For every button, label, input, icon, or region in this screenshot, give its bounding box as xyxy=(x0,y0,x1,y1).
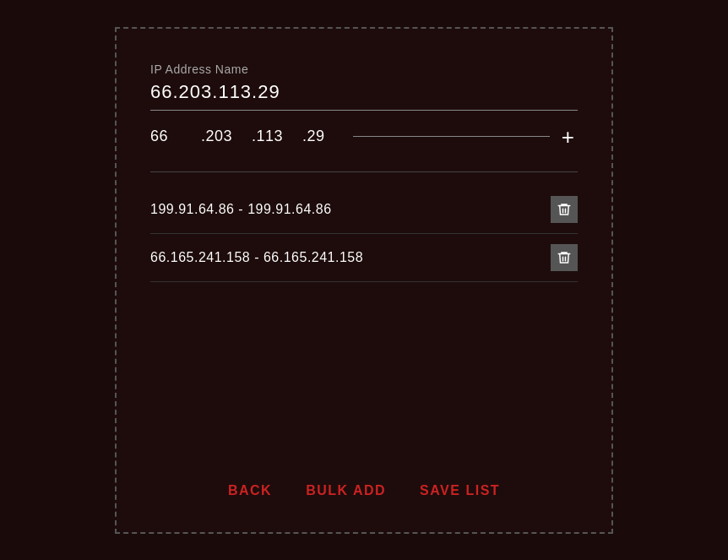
trash-icon xyxy=(557,202,572,217)
save-list-button[interactable]: SAVE LIST xyxy=(420,483,500,498)
trash-icon xyxy=(557,250,572,265)
action-bar: BACK BULK ADD SAVE LIST xyxy=(150,475,578,498)
delete-button-2[interactable] xyxy=(551,244,578,271)
bulk-add-button[interactable]: BULK ADD xyxy=(306,483,386,498)
ip-entry-text-2: 66.165.241.158 - 66.165.241.158 xyxy=(150,250,363,265)
back-button[interactable]: BACK xyxy=(228,483,272,498)
table-row: 66.165.241.158 - 66.165.241.158 xyxy=(150,234,578,282)
ip-parts-row: 66 .203 .113 .29 + xyxy=(150,126,578,148)
ip-parts-underline xyxy=(353,136,550,137)
table-row: 199.91.64.86 - 199.91.64.86 xyxy=(150,186,578,234)
ip-entry-text-1: 199.91.64.86 - 199.91.64.86 xyxy=(150,202,332,217)
ip-part-4[interactable]: .29 xyxy=(302,128,353,145)
main-panel: IP Address Name 66.203.113.29 66 .203 .1… xyxy=(115,27,613,534)
ip-address-label: IP Address Name xyxy=(150,63,578,76)
add-ip-button[interactable]: + xyxy=(558,126,578,148)
ip-part-3[interactable]: .113 xyxy=(252,128,302,145)
divider-1 xyxy=(150,171,578,172)
delete-button-1[interactable] xyxy=(551,196,578,223)
ip-part-2[interactable]: .203 xyxy=(201,128,252,145)
spacer xyxy=(150,282,578,449)
ip-part-1[interactable]: 66 xyxy=(150,128,201,145)
ip-address-value: 66.203.113.29 xyxy=(150,81,578,103)
